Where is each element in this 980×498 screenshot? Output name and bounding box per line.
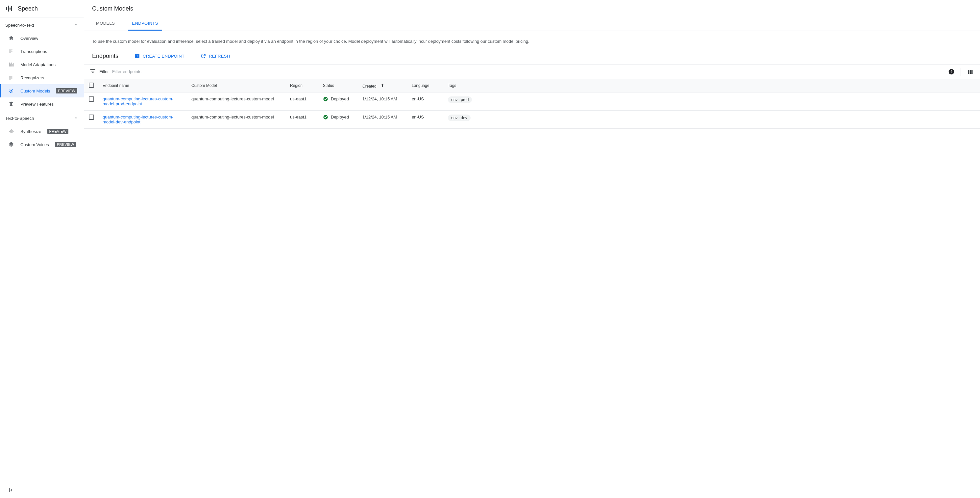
columns-icon[interactable] [966, 67, 975, 77]
svg-rect-23 [10, 130, 11, 132]
endpoint-name-link[interactable]: quantum-computing-lectures-custom-model-… [103, 115, 175, 124]
svg-rect-18 [13, 77, 13, 78]
nav-label: Synthesize [21, 129, 41, 134]
svg-rect-16 [9, 79, 11, 80]
col-header-name[interactable]: Endpoint name [99, 79, 188, 93]
plus-box-icon [134, 53, 140, 59]
select-all-header[interactable] [84, 79, 99, 93]
sidebar-item-overview[interactable]: Overview [0, 32, 84, 45]
svg-rect-13 [9, 76, 12, 77]
refresh-icon [200, 53, 206, 59]
speech-logo-icon [5, 5, 13, 13]
cell-region: us-east1 [286, 110, 319, 128]
svg-rect-22 [9, 131, 10, 132]
page-title: Custom Models [92, 5, 972, 16]
main-content: Custom Models MODELS ENDPOINTS To use th… [84, 0, 980, 498]
status-success-icon [323, 96, 328, 102]
sidebar-item-custom-voices[interactable]: Custom Voices PREVIEW [0, 138, 84, 151]
svg-rect-2 [10, 8, 11, 10]
svg-rect-5 [9, 51, 11, 51]
tag-chip: env : prod [448, 96, 472, 103]
row-checkbox[interactable] [84, 92, 99, 110]
filter-icon [89, 68, 96, 75]
divider [961, 68, 961, 76]
svg-point-21 [11, 91, 12, 91]
recognizers-icon [8, 74, 14, 81]
nav-label: Custom Models [21, 89, 50, 94]
svg-rect-10 [11, 62, 11, 67]
refresh-button[interactable]: REFRESH [200, 53, 230, 59]
nav-label: Transcriptions [21, 49, 47, 54]
cell-status: Deployed [319, 110, 358, 128]
nav-label: Preview Features [21, 102, 54, 107]
col-header-model[interactable]: Custom Model [188, 79, 286, 93]
svg-rect-29 [91, 69, 95, 70]
chevron-up-icon [73, 115, 79, 121]
filter-input[interactable] [112, 69, 943, 74]
svg-text:?: ? [950, 69, 952, 74]
svg-rect-0 [6, 7, 7, 10]
endpoint-name-link[interactable]: quantum-computing-lectures-custom-model-… [103, 96, 175, 106]
transcriptions-icon [8, 48, 14, 55]
sidebar-collapse-button[interactable] [6, 485, 16, 495]
cell-created: 1/12/24, 10:15 AM [358, 110, 408, 128]
cell-created: 1/12/24, 10:15 AM [358, 92, 408, 110]
main-header: Custom Models MODELS ENDPOINTS [84, 0, 980, 31]
create-endpoint-button[interactable]: CREATE ENDPOINT [134, 53, 185, 59]
svg-rect-19 [13, 78, 13, 79]
svg-rect-31 [92, 72, 94, 73]
tab-models[interactable]: MODELS [92, 18, 119, 30]
col-header-tags[interactable]: Tags [444, 79, 980, 93]
layers-icon [8, 141, 14, 148]
col-header-created[interactable]: Created [358, 79, 408, 93]
sidebar-item-recognizers[interactable]: Recognizers [0, 71, 84, 84]
sidebar-item-transcriptions[interactable]: Transcriptions [0, 45, 84, 58]
table-row: quantum-computing-lectures-custom-model-… [84, 92, 980, 110]
cell-tags: env : dev [444, 110, 980, 128]
cell-model: quantum-computing-lectures-custom-model [188, 110, 286, 128]
svg-rect-35 [970, 70, 971, 74]
svg-rect-25 [12, 130, 13, 132]
section-header-tts[interactable]: Text-to-Speech [0, 110, 84, 125]
sidebar-header: Speech [0, 0, 84, 18]
col-header-language[interactable]: Language [408, 79, 444, 93]
svg-rect-9 [10, 64, 11, 67]
cell-model: quantum-computing-lectures-custom-model [188, 92, 286, 110]
sidebar-item-preview-features[interactable]: Preview Features [0, 97, 84, 110]
col-header-status[interactable]: Status [319, 79, 358, 93]
svg-rect-1 [8, 6, 9, 11]
svg-rect-12 [13, 63, 13, 67]
layers-icon [8, 101, 14, 107]
section-bar: Endpoints CREATE ENDPOINT REFRESH [84, 45, 980, 64]
nav-label: Recognizers [21, 75, 44, 80]
chevron-up-icon [73, 22, 79, 28]
sidebar-item-custom-models[interactable]: Custom Models PREVIEW [0, 84, 84, 97]
help-icon[interactable]: ? [947, 67, 956, 77]
table-header-row: Endpoint name Custom Model Region Status… [84, 79, 980, 93]
sidebar: Speech Speech-to-Text Overview Transcrip… [0, 0, 84, 498]
nav-label: Overview [21, 36, 38, 41]
page-description: To use the custom model for evaluation a… [84, 31, 980, 45]
tab-endpoints[interactable]: ENDPOINTS [128, 18, 162, 30]
row-checkbox[interactable] [84, 110, 99, 128]
cell-region: us-east1 [286, 92, 319, 110]
cell-status: Deployed [319, 92, 358, 110]
svg-rect-4 [9, 50, 13, 50]
tag-chip: env : dev [448, 115, 471, 121]
svg-rect-15 [9, 78, 12, 79]
section-label: Speech-to-Text [5, 23, 34, 28]
svg-rect-8 [9, 62, 10, 67]
tabs: MODELS ENDPOINTS [92, 18, 972, 30]
sidebar-item-synthesize[interactable]: Synthesize PREVIEW [0, 125, 84, 138]
sidebar-item-model-adaptations[interactable]: Model Adaptations [0, 58, 84, 71]
status-success-icon [323, 115, 328, 120]
custom-models-icon [8, 88, 14, 94]
col-header-region[interactable]: Region [286, 79, 319, 93]
svg-rect-30 [91, 71, 94, 72]
app-title: Speech [18, 5, 38, 12]
button-label: REFRESH [209, 54, 230, 59]
cell-language: en-US [408, 92, 444, 110]
preview-badge: PREVIEW [56, 88, 77, 94]
section-header-stt[interactable]: Speech-to-Text [0, 18, 84, 32]
sort-ascending-icon [380, 84, 385, 89]
